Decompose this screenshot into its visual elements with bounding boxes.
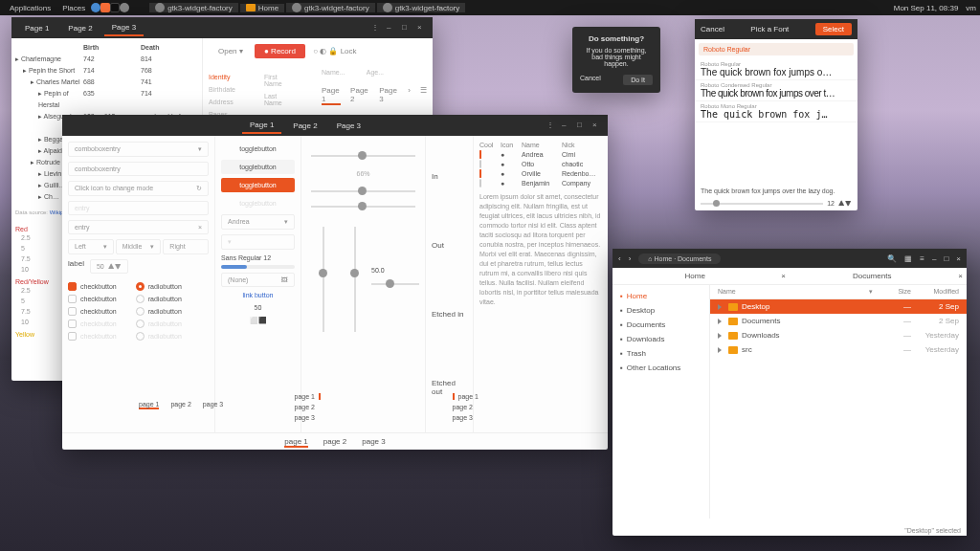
inner-tab[interactable]: Page 1 (322, 86, 341, 105)
footer-tab[interactable]: page 2 (323, 437, 346, 448)
cancel-button[interactable]: Cancel (701, 25, 724, 33)
sidebar-item[interactable]: ▪Home (612, 289, 709, 303)
togglebutton-active[interactable]: togglebutton (221, 178, 295, 192)
user-menu[interactable]: vm (966, 4, 976, 12)
table-row[interactable]: ●BenjaminCompany (479, 180, 602, 187)
sidebar-item[interactable]: ▪Trash (612, 346, 709, 361)
sidebar-item[interactable]: ▪Downloads (612, 332, 709, 346)
select-button[interactable]: Select (815, 23, 852, 35)
name-input[interactable]: Name... (322, 69, 345, 76)
task-item[interactable]: Home (240, 4, 284, 12)
sidebar-item[interactable]: ▪Desktop (612, 303, 709, 318)
menu-icon[interactable]: ≡ (920, 254, 924, 263)
firefox-icon[interactable] (100, 3, 110, 12)
maximize-icon[interactable]: □ (944, 254, 948, 263)
tab-close-icon[interactable]: × (954, 268, 967, 284)
align-mid[interactable]: Middle ▾ (116, 239, 162, 254)
close-icon[interactable]: × (956, 254, 961, 263)
clear-icon[interactable]: × (198, 224, 202, 231)
checkbox[interactable] (479, 150, 481, 159)
globe-icon[interactable] (91, 3, 100, 12)
hscale[interactable] (311, 155, 415, 157)
checkbox[interactable] (479, 179, 481, 187)
chevron-right-icon[interactable]: › (408, 86, 411, 105)
tab-documents[interactable]: Documents (790, 268, 954, 284)
maximize-icon[interactable]: □ (577, 121, 587, 130)
close-icon[interactable]: × (592, 121, 602, 130)
size-slider[interactable] (701, 203, 823, 205)
font-row[interactable]: Roboto Mono RegularThe quick brown fox j… (695, 101, 858, 122)
tab-page1[interactable]: Page 1 (242, 118, 281, 134)
tree-node[interactable]: ▸ Charlemagne (15, 54, 83, 65)
applications-menu[interactable]: Applications (4, 4, 56, 12)
menu-icon[interactable]: ⋮ (546, 121, 556, 130)
task-item[interactable]: gtk3-widget-factory (149, 3, 238, 12)
tab-close-icon[interactable]: × (777, 268, 790, 284)
hscale[interactable] (311, 190, 415, 192)
cancel-button[interactable]: Cancel (580, 75, 601, 85)
hscale[interactable] (311, 206, 415, 208)
doit-button[interactable]: Do It (623, 75, 653, 85)
togglebutton[interactable]: togglebutton (221, 160, 295, 174)
pathbar[interactable]: ⌂ Home · Documents (638, 253, 721, 264)
vscale[interactable] (323, 227, 324, 332)
file-row[interactable]: src—Yesterday (710, 342, 967, 357)
places-menu[interactable]: Places (56, 4, 91, 12)
terminal-icon[interactable] (110, 3, 120, 12)
size-value[interactable]: 12 (827, 200, 835, 207)
file-row[interactable]: Documents—2 Sep (710, 314, 967, 328)
clock[interactable]: Mon Sep 11, 08:39 (894, 4, 959, 12)
tree-node[interactable]: ▸ Pepin the Short (15, 65, 83, 77)
first-name-input[interactable]: First Name (264, 74, 293, 87)
expand-icon[interactable] (718, 333, 722, 339)
table-row[interactable]: ●OrvilleRedenbo… (479, 170, 602, 177)
checkbox[interactable] (479, 160, 481, 168)
file-row[interactable]: Downloads—Yesterday (710, 328, 967, 342)
radio[interactable] (136, 282, 145, 291)
chevron-down-icon[interactable]: ▾ (198, 145, 202, 153)
settings-icon[interactable] (120, 3, 129, 12)
slider-thumb[interactable] (358, 202, 367, 210)
font-button[interactable]: Sans Regular 12 (221, 254, 295, 261)
footer-tab[interactable]: page 1 (284, 437, 307, 448)
tab-page1[interactable]: Page 1 (17, 21, 56, 35)
maximize-icon[interactable]: □ (402, 23, 412, 33)
close-icon[interactable]: × (417, 23, 427, 33)
bottom-tabs[interactable]: page 1page 2page 3 (139, 401, 223, 409)
expand-icon[interactable] (718, 319, 722, 324)
minimize-icon[interactable]: – (932, 254, 936, 263)
expand-icon[interactable] (718, 347, 722, 353)
slider-thumb[interactable] (358, 151, 367, 160)
switch[interactable]: ⬜⬛ (221, 317, 295, 324)
side-tabs[interactable]: page 1page 2page 3 (295, 393, 321, 421)
expand-icon[interactable] (718, 304, 722, 310)
font-row[interactable]: Roboto Condensed RegularThe quick brown … (695, 80, 858, 101)
files-headerbar[interactable]: ‹ › ⌂ Home · Documents 🔍 ▦ ≡ – □ × (612, 249, 967, 268)
checkbox[interactable] (68, 307, 77, 316)
minimize-icon[interactable]: – (562, 121, 571, 130)
titlebar[interactable]: Page 1 Page 2 Page 3 ⋮ – □ × (62, 115, 608, 136)
tree-node[interactable]: ▸ Charles Martel (15, 77, 83, 88)
tab-page2[interactable]: Page 2 (60, 21, 100, 35)
tab-page3[interactable]: Page 3 (329, 119, 368, 133)
places-sidebar[interactable]: ▪Home▪Desktop▪Documents▪Downloads▪Trash▪… (612, 285, 710, 518)
spin-value[interactable]: 50 (221, 304, 295, 311)
combo-entry[interactable]: comboboxentry (68, 162, 209, 176)
font-search[interactable]: Roboto Regular (699, 43, 854, 55)
file-chooser[interactable]: (None)🖼 (221, 273, 295, 287)
checkbox[interactable] (68, 295, 77, 303)
align-right[interactable]: Right (163, 239, 209, 254)
radio[interactable] (136, 295, 145, 303)
open-button[interactable]: Open ▾ (209, 44, 253, 58)
task-item[interactable]: gtk3-widget-factory (377, 3, 466, 12)
combo-entry[interactable]: comboboxentry▾ (68, 142, 209, 157)
age-input[interactable]: Age... (367, 69, 384, 76)
togglebutton[interactable]: togglebutton (221, 142, 295, 156)
lock-toggle[interactable]: ○ ◐ 🔒 Lock (313, 47, 356, 55)
entry[interactable]: entry× (68, 220, 209, 234)
tab-page3[interactable]: Page 3 (104, 20, 144, 36)
file-row[interactable]: Desktop—2 Sep (710, 299, 967, 314)
menu-icon[interactable]: ⋮ (371, 23, 381, 33)
vscale[interactable] (354, 227, 356, 332)
inner-tab[interactable]: Page 2 (350, 86, 369, 105)
